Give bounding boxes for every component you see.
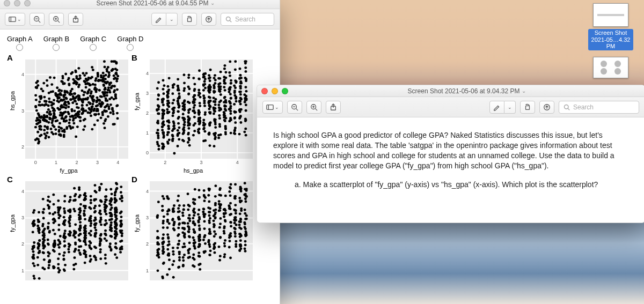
svg-point-976 [238,100,241,102]
svg-point-1 [601,61,607,67]
svg-point-2010 [245,232,247,234]
zoom-button[interactable] [24,0,31,6]
window-toolbar: ⌄ ⌄ Search [257,97,644,117]
svg-point-1766 [235,240,237,243]
svg-point-957 [192,124,195,127]
svg-point-2087 [177,243,180,246]
option-d[interactable]: Graph D [117,35,143,51]
rotate-button[interactable] [182,13,197,26]
option-a[interactable]: Graph A [7,35,33,51]
svg-point-1402 [105,213,107,216]
search-input[interactable]: Search [559,101,639,114]
svg-point-1574 [78,228,80,231]
svg-point-315 [92,109,95,112]
svg-point-1679 [121,235,123,238]
zoom-out-button[interactable] [287,101,302,114]
zoom-out-button[interactable] [30,13,45,26]
rotate-button[interactable] [520,101,535,114]
svg-point-2014 [182,204,185,207]
window-titlebar[interactable]: Screen Shot 2021-05-06 at 9.04.32 PM ⌄ [257,85,644,97]
svg-point-1763 [234,235,237,238]
zoom-button[interactable] [282,88,288,94]
svg-point-1010 [182,123,185,126]
svg-point-2100 [214,202,217,205]
svg-point-889 [217,137,220,139]
markup-button[interactable] [151,13,166,26]
svg-point-2061 [187,249,190,251]
svg-point-565 [65,120,68,122]
svg-point-18 [226,17,231,21]
svg-point-833 [182,90,185,92]
svg-point-1370 [54,211,56,214]
zoom-in-button[interactable] [49,13,64,26]
svg-point-493 [98,89,101,92]
svg-point-572 [40,125,42,128]
svg-point-1120 [162,113,164,115]
preview-window-graphs[interactable]: Screen Shot 2021-05-06 at 9.04.55 PM ⌄ ⌄… [0,0,280,304]
svg-point-494 [104,88,107,91]
svg-point-737 [214,74,216,77]
minimize-button[interactable] [272,88,278,94]
svg-point-921 [203,80,206,83]
svg-point-956 [223,86,225,88]
option-b[interactable]: Graph B [43,35,69,51]
svg-point-1923 [178,266,180,269]
svg-point-426 [77,78,79,80]
desktop-file-icon[interactable]: Screen Shot 2021-05…4.32 PM [588,3,633,50]
svg-point-115 [85,72,88,75]
svg-point-1468 [93,246,96,248]
svg-point-467 [108,82,111,85]
svg-point-1666 [99,238,101,240]
svg-point-1591 [33,246,35,249]
svg-point-735 [161,101,164,104]
svg-point-847 [157,135,159,137]
svg-point-571 [45,135,47,137]
option-c[interactable]: Graph C [80,35,106,51]
annotate-button[interactable] [201,13,216,26]
svg-point-1515 [47,204,49,207]
svg-point-1621 [79,240,82,242]
markup-menu-button[interactable]: ⌄ [504,101,516,114]
svg-point-1274 [57,199,60,202]
svg-point-435 [63,130,66,133]
svg-point-1369 [88,206,91,209]
svg-point-2099 [198,218,201,220]
svg-point-492 [35,86,38,89]
search-input[interactable]: Search [221,13,274,26]
svg-point-1237 [94,217,97,219]
chevron-down-icon[interactable]: ⌄ [522,88,526,94]
svg-point-1013 [239,121,242,124]
svg-point-378 [61,80,64,83]
svg-point-1964 [187,209,189,211]
svg-point-989 [218,117,221,120]
svg-point-1618 [114,216,117,218]
markup-button[interactable] [489,101,504,114]
svg-point-1738 [203,220,206,223]
close-button[interactable] [4,0,10,6]
svg-point-648 [224,71,227,73]
close-button[interactable] [261,88,268,94]
svg-point-1333 [109,235,112,238]
svg-point-1071 [213,97,215,99]
svg-point-2047 [219,217,222,220]
minimize-button[interactable] [14,0,20,6]
desktop-file-icon[interactable] [588,57,633,80]
share-button[interactable] [68,13,83,26]
annotate-button[interactable] [539,101,554,114]
chevron-down-icon[interactable]: ⌄ [210,0,215,6]
svg-point-1131 [218,125,221,128]
svg-point-663 [172,84,174,87]
markup-menu-button[interactable]: ⌄ [166,13,178,26]
window-titlebar[interactable]: Screen Shot 2021-05-06 at 9.04.55 PM ⌄ [0,0,280,9]
zoom-in-button[interactable] [306,101,321,114]
svg-point-1998 [162,209,164,212]
preview-window-document[interactable]: Screen Shot 2021-05-06 at 9.04.32 PM ⌄ ⌄… [257,85,644,223]
share-button[interactable] [326,101,341,114]
sidebar-toggle-button[interactable]: ⌄ [262,101,283,114]
svg-point-514 [93,99,96,101]
svg-point-544 [40,134,42,137]
sidebar-toggle-button[interactable]: ⌄ [5,13,25,26]
svg-point-1251 [111,192,113,195]
svg-point-1110 [224,125,227,128]
svg-point-560 [87,77,90,79]
